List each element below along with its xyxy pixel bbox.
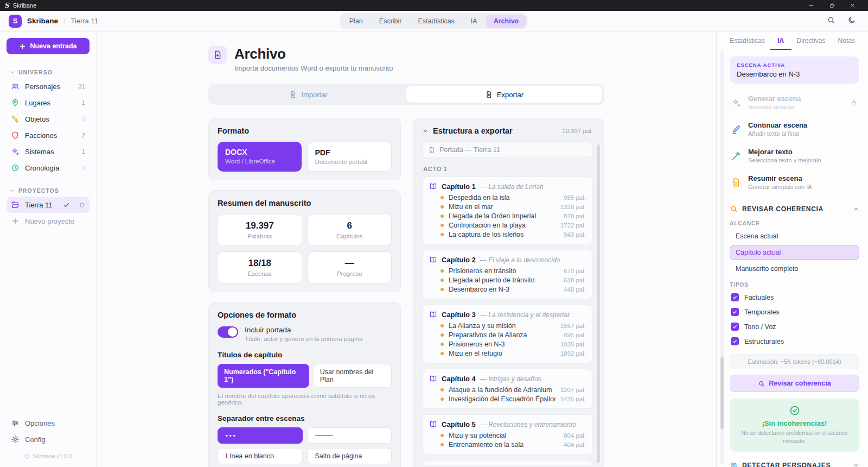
scene-row[interactable]: La Alianza y su misión 1557 pal. (429, 321, 586, 330)
panel-tab-ia[interactable]: IA (775, 31, 786, 50)
scene-word-count: 1326 pal. (560, 204, 586, 210)
option-button[interactable]: Salto de página (307, 448, 392, 464)
close-button[interactable] (842, 0, 863, 11)
checkbox-checked-icon[interactable] (731, 293, 739, 301)
detect-characters-header[interactable]: DETECTAR PERSONAJES (730, 459, 859, 467)
structure-title[interactable]: Estructura a exportar (433, 127, 513, 135)
type-checkbox-row[interactable]: Factuales (730, 290, 859, 305)
brand-logo[interactable]: S (9, 15, 22, 28)
chapter-card[interactable]: Capítulo 5 — Revelaciones y entrenamient… (422, 414, 593, 455)
option-button[interactable]: ——— (307, 427, 392, 444)
chapter-card[interactable]: Capítulo 2 — El viaje a lo desconocido P… (422, 250, 593, 299)
panel-tab-directivas[interactable]: Directivas (795, 31, 828, 50)
book-open-icon (429, 311, 437, 319)
type-checkbox-row[interactable]: Temporales (730, 305, 859, 319)
nav-tab-escribir[interactable]: Escribir (372, 15, 410, 28)
scene-row[interactable]: Mizu y su potencial 804 pal. (429, 431, 586, 440)
sidebar-item-lugares[interactable]: Lugares 1 (7, 94, 90, 111)
new-project-button[interactable]: Nuevo proyecto (7, 213, 90, 229)
ai-action[interactable]: Continuar escena Añadir texto al final (730, 116, 859, 142)
universe-section-header[interactable]: UNIVERSO (7, 66, 90, 78)
sidebar-item-sistemas[interactable]: Sistemas 1 (7, 143, 90, 160)
scene-dot-icon (441, 224, 444, 227)
panel-tab-notas[interactable]: Notas (836, 31, 857, 50)
chapter-titles-hint: El nombre del capítulo aparecerá como su… (218, 393, 392, 406)
option-button[interactable]: ••• (218, 427, 303, 444)
type-checkbox-row[interactable]: Estructurales (730, 334, 859, 349)
scene-row[interactable]: Mizu en el mar 1326 pal. (429, 202, 586, 211)
scene-row[interactable]: Entrenamiento en la sala 404 pal. (429, 440, 586, 449)
coherence-section-header[interactable]: REVISAR COHERENCIA (730, 203, 859, 215)
tab-exportar[interactable]: Exportar (406, 86, 602, 103)
nav-tab-estadísticas[interactable]: Estadísticas (410, 15, 462, 28)
file-down-icon (289, 91, 297, 98)
panel-scrollbar-thumb[interactable] (720, 357, 724, 429)
delete-project-icon[interactable] (79, 201, 85, 208)
stat-label: Palabras (222, 233, 297, 239)
chapter-list: Capítulo 1 — La salida de Leriah Despedi… (422, 176, 593, 455)
sidebar-item-cronología[interactable]: Cronología 0 (7, 160, 90, 176)
scene-row[interactable]: Ataque a la fundición de Adranium 1207 p… (429, 385, 586, 394)
chapter-subtitle: — La salida de Leriah (480, 183, 544, 191)
window-title: Skribane (13, 2, 36, 9)
maximize-button[interactable] (821, 0, 842, 11)
chapter-subtitle: — El viaje a lo desconocido (480, 256, 560, 264)
scene-row[interactable]: Prisioneros en N-3 1035 pal. (429, 339, 586, 349)
nav-tab-plan[interactable]: Plan (342, 15, 371, 28)
scene-row[interactable]: Desembarco en N-3 448 pal. (429, 285, 586, 294)
projects-section-header[interactable]: PROYECTOS (7, 185, 90, 197)
nav-tab-ia[interactable]: IA (463, 15, 485, 28)
sidebar-item-project-tierra-11[interactable]: Tierra 11 (7, 197, 90, 213)
scene-title: La captura de los isleños (449, 231, 524, 238)
checkbox-checked-icon[interactable] (731, 308, 739, 316)
format-docx-button[interactable]: DOCX Word / LibreOffice (218, 142, 302, 172)
scene-word-count: 448 pal. (564, 286, 586, 293)
option-button[interactable]: Numerados ("Capítulo 1") (218, 364, 309, 388)
search-icon[interactable] (827, 16, 835, 27)
ai-action[interactable]: Generar escena Necesita sinopsis (730, 89, 859, 116)
scene-row[interactable]: La captura de los isleños 943 pal. (429, 230, 586, 239)
scene-row[interactable]: Llegada de la Orden Imperial 878 pal. (429, 211, 586, 220)
scene-row[interactable]: Mizu en el refugio 1892 pal. (429, 349, 586, 358)
chapter-card[interactable]: Capítulo 1 — La salida de Leriah Despedi… (422, 176, 593, 244)
chapter-card[interactable]: Capítulo 3 — La resistencia y el despert… (422, 305, 593, 363)
scene-row[interactable]: Preparativos de la Alianza 695 pal. (429, 330, 586, 339)
cover-item[interactable]: Portada — Tierra 11 (422, 142, 593, 158)
ai-action[interactable]: Mejorar texto Selecciona texto y mejóral… (730, 142, 859, 169)
ai-action[interactable]: Resumir escena Generar sinopsis con IA (730, 169, 859, 195)
include-cover-toggle[interactable] (218, 326, 238, 338)
checkbox-checked-icon[interactable] (731, 323, 739, 331)
option-button[interactable]: Línea en blanco (218, 448, 303, 464)
tab-importar[interactable]: Importar (210, 86, 406, 103)
scene-row[interactable]: Despedida en la isla 985 pal. (429, 193, 586, 202)
review-coherence-button[interactable]: Revisar coherencia (730, 375, 859, 392)
type-checkbox-row[interactable]: Tono / Voz (730, 319, 859, 334)
sidebar-item-config[interactable]: Config (7, 431, 90, 447)
chapter-card[interactable]: Capítulo 4 — Intrigas y desafíos Ataque … (422, 369, 593, 409)
scene-row[interactable]: Llegada al puerto de tránsito 638 pal. (429, 275, 586, 285)
scene-dot-icon (441, 397, 444, 401)
scene-row[interactable]: Prisioneros en tránsito 670 pal. (429, 266, 586, 275)
option-button[interactable]: Usar nombres del Plan (314, 364, 392, 388)
panel-tab-estadísticas[interactable]: Estadísticas (727, 31, 767, 50)
action-title: Resumir escena (748, 174, 812, 182)
scene-dot-icon (441, 279, 444, 282)
new-entry-button[interactable]: Nueva entrada (7, 38, 90, 54)
scope-option[interactable]: Capítulo actual (730, 245, 859, 260)
scene-title: Mizu en el mar (449, 203, 493, 211)
scope-option[interactable]: Escena actual (730, 229, 859, 244)
nav-tab-archivo[interactable]: Archivo (486, 15, 527, 28)
sidebar-item-personajes[interactable]: Personajes 31 (7, 78, 90, 94)
sidebar-item-options[interactable]: Opciones (7, 415, 90, 431)
scene-row[interactable]: Investigación del Escuadrón Épsilon 1425… (429, 394, 586, 403)
sidebar-item-facciones[interactable]: Facciones 2 (7, 127, 90, 143)
dark-mode-icon[interactable] (847, 16, 856, 27)
sidebar-item-objetos[interactable]: Objetos 0 (7, 111, 90, 127)
scene-title: Llegada de la Orden Imperial (449, 212, 536, 220)
scope-option[interactable]: Manuscrito completo (730, 261, 859, 276)
structure-scrollbar[interactable] (597, 144, 600, 463)
scene-row[interactable]: Confrontación en la playa 1722 pal. (429, 220, 586, 230)
minimize-button[interactable] (801, 0, 821, 11)
format-pdf-button[interactable]: PDF Documento portátil (307, 142, 392, 172)
checkbox-checked-icon[interactable] (731, 337, 739, 345)
